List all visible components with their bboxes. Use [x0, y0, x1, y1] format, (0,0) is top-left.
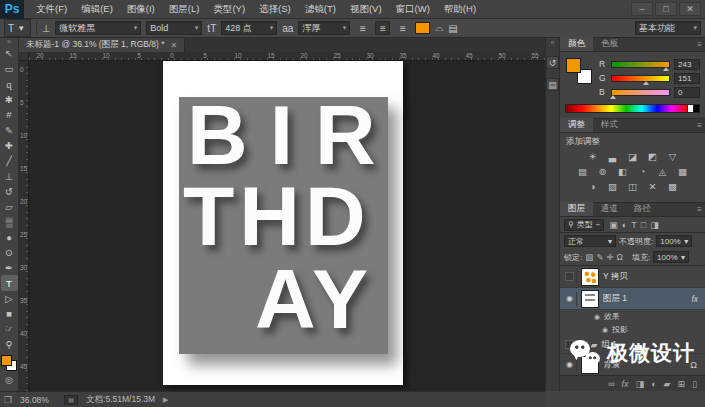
workspace-select[interactable]: 基本功能 ▾ — [635, 21, 701, 35]
channel-mixer-icon[interactable]: ◬ — [655, 164, 670, 178]
levels-icon[interactable]: ▃ — [605, 149, 620, 163]
lasso-tool[interactable]: ɋ — [1, 77, 18, 92]
filter-smart-object-icon[interactable]: ◨ — [650, 220, 659, 230]
color-spectrum-ramp[interactable] — [565, 104, 688, 113]
font-family-select[interactable]: 微软雅黑 ▾ — [55, 21, 141, 35]
pen-tool[interactable]: ✒ — [1, 260, 18, 275]
tab-styles[interactable]: 样式 — [593, 118, 626, 132]
link-layers-icon[interactable]: ∞ — [608, 379, 614, 389]
menu-filter[interactable]: 滤镜(T) — [299, 1, 342, 18]
layer-thumbnail[interactable] — [581, 268, 599, 286]
birthday-text-line2[interactable]: THD — [183, 174, 371, 258]
tab-close-icon[interactable]: ✕ — [171, 41, 178, 50]
tab-color[interactable]: 颜色 — [560, 37, 593, 51]
menu-layer[interactable]: 图层(L) — [163, 1, 206, 18]
layer-mask-icon[interactable]: ◨ — [636, 379, 645, 389]
layer-row-layer1[interactable]: ◉ 图层 1 fx — [560, 288, 705, 310]
history-panel-icon[interactable]: ↺ — [546, 56, 559, 69]
spot-healing-brush-tool[interactable]: ✚ — [1, 138, 18, 153]
new-layer-icon[interactable]: ⊞ — [678, 379, 686, 389]
blue-value-field[interactable]: 0 — [674, 87, 700, 98]
visibility-toggle[interactable]: ◉ — [563, 292, 577, 306]
properties-panel-icon[interactable]: ▤ — [546, 78, 559, 91]
filter-adjustment-layers-icon[interactable]: ◐ — [622, 220, 627, 230]
zoom-tool[interactable]: ⚲ — [1, 337, 18, 352]
eyedropper-tool[interactable]: ✎ — [1, 122, 18, 137]
menu-view[interactable]: 视图(V) — [344, 1, 388, 18]
invert-icon[interactable]: ◑ — [585, 179, 600, 193]
gradient-map-icon[interactable]: ▩ — [665, 179, 680, 193]
lock-all-icon[interactable]: Ω — [617, 252, 623, 262]
clone-stamp-tool[interactable]: ⊥ — [1, 168, 18, 183]
anti-alias-select[interactable]: 浑厚 ▾ — [298, 21, 350, 35]
red-value-field[interactable]: 243 — [674, 59, 700, 70]
layer-thumbnail[interactable] — [581, 290, 599, 308]
layer-name[interactable]: 图层 1 — [603, 293, 627, 305]
filter-type-layers-icon[interactable]: T — [631, 220, 637, 230]
filter-pixel-layers-icon[interactable]: ▣ — [609, 220, 618, 230]
menu-help[interactable]: 帮助(H) — [438, 1, 482, 18]
brightness-contrast-icon[interactable]: ☀ — [585, 149, 600, 163]
posterize-icon[interactable]: ▨ — [605, 179, 620, 193]
history-brush-tool[interactable]: ↺ — [1, 184, 18, 199]
photo-filter-icon[interactable]: ◔ — [635, 164, 650, 178]
lock-transparent-icon[interactable]: ▨ — [585, 252, 593, 262]
brush-tool[interactable]: ╱ — [1, 153, 18, 168]
current-tool-badge[interactable]: T ▾ — [4, 19, 31, 37]
warp-text-icon[interactable]: ⌓ — [435, 22, 443, 34]
quick-mask-icon[interactable]: ◎ — [5, 375, 13, 385]
menu-file[interactable]: 文件(F) — [30, 1, 73, 18]
green-slider[interactable] — [611, 75, 670, 82]
blue-slider[interactable] — [611, 89, 670, 96]
crop-tool[interactable]: # — [1, 107, 18, 122]
color-lookup-icon[interactable]: ▦ — [675, 164, 690, 178]
align-left-button[interactable]: ≡ — [355, 21, 370, 35]
canvas-area[interactable]: 20 15 10 5 0 5 10 15 20 25 30 35 40 45 5… — [19, 52, 545, 391]
menu-edit[interactable]: 编辑(E) — [75, 1, 119, 18]
close-button[interactable]: ✕ — [679, 2, 701, 16]
exposure-icon[interactable]: ◩ — [645, 149, 660, 163]
canvas-page[interactable]: BIR THD AY — [163, 61, 403, 385]
dodge-tool[interactable]: ⊙ — [1, 245, 18, 260]
maximize-button[interactable]: □ — [655, 2, 677, 16]
effects-row[interactable]: ◉ 效果 — [560, 310, 705, 323]
menu-window[interactable]: 窗口(W) — [390, 1, 436, 18]
foreground-color-swatch[interactable] — [566, 58, 581, 73]
gradient-tool[interactable]: ▒ — [1, 214, 18, 229]
screen-mode-icon[interactable]: ❐ — [4, 395, 12, 405]
layer-filter-select[interactable]: ⚲ 类型 ÷ — [564, 219, 604, 231]
minimize-button[interactable]: – — [631, 2, 653, 16]
green-value-field[interactable]: 151 — [674, 73, 700, 84]
panel-menu-icon[interactable]: ≡ — [697, 40, 702, 49]
curves-icon[interactable]: ◪ — [625, 149, 640, 163]
birthday-text-line1[interactable]: BIR — [187, 93, 398, 177]
menu-type[interactable]: 类型(Y) — [207, 1, 251, 18]
filter-shape-layers-icon[interactable]: □ — [641, 220, 646, 230]
red-slider[interactable] — [611, 61, 670, 68]
tab-layers[interactable]: 图层 — [560, 202, 593, 216]
align-center-button[interactable]: ≡ — [375, 21, 390, 35]
text-orientation-icon[interactable]: ⊥ — [42, 23, 51, 34]
font-size-select[interactable]: 428 点 ▾ — [221, 21, 277, 35]
move-tool[interactable]: ↖ — [1, 46, 18, 61]
type-tool[interactable]: T — [1, 275, 18, 290]
zoom-level-field[interactable]: 36.08% — [20, 395, 56, 405]
tab-adjustments[interactable]: 调整 — [560, 118, 593, 132]
panel-menu-icon[interactable]: ≡ — [697, 205, 702, 214]
eraser-tool[interactable]: ▱ — [1, 199, 18, 214]
font-style-select[interactable]: Bold ▾ — [146, 21, 202, 35]
visibility-toggle[interactable] — [563, 270, 577, 284]
panel-color-swatches[interactable] — [566, 58, 592, 84]
blur-tool[interactable]: ● — [1, 230, 18, 245]
layer-style-icon[interactable]: fx — [622, 379, 629, 389]
foreground-background-swatches[interactable] — [1, 355, 17, 371]
birthday-text-line3[interactable]: AY — [255, 257, 372, 341]
blend-mode-select[interactable]: 正常 ▾ — [564, 235, 616, 247]
document-tab[interactable]: 未标题-1 @ 36.1% (图层 1, RGB/8) * ✕ — [19, 38, 185, 52]
hue-saturation-icon[interactable]: ▤ — [575, 164, 590, 178]
threshold-icon[interactable]: ◫ — [625, 179, 640, 193]
black-white-icon[interactable]: ◧ — [615, 164, 630, 178]
opacity-select[interactable]: 100% ▾ — [656, 235, 692, 247]
menu-image[interactable]: 图像(I) — [121, 1, 161, 18]
panel-menu-icon[interactable]: ≡ — [697, 121, 702, 130]
